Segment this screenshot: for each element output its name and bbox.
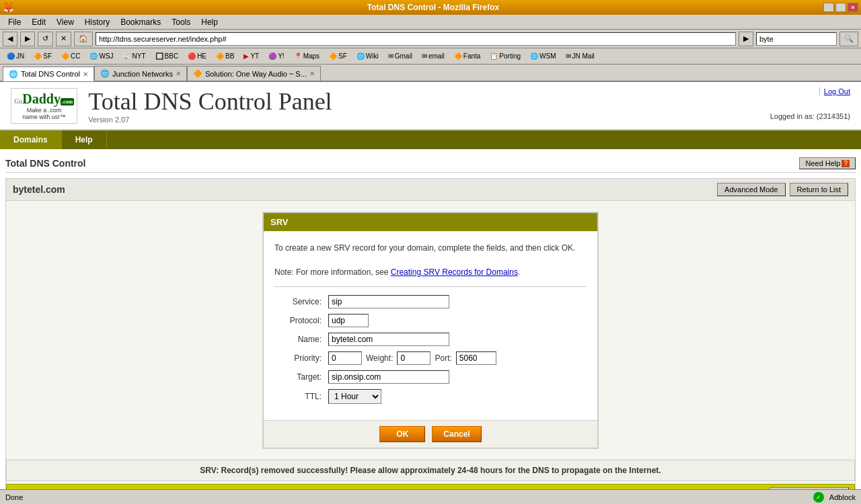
domain-header: bytetel.com Advanced Mode Return to List [6,179,855,201]
tab-close-icon[interactable]: ✕ [309,70,315,77]
site-header: Go Daddy .com Make a .com name with us!™… [0,82,861,130]
domain-buttons: Advanced Mode Return to List [717,183,848,196]
tab-close-icon[interactable]: ✕ [176,70,181,77]
search-go-button[interactable]: 🔍 [839,32,858,46]
nav-domains[interactable]: Domains [0,130,62,149]
bookmark-wsm[interactable]: 🌐WSM [526,51,560,61]
weight-label: Weight: [366,353,393,363]
protocol-label: Protocol: [274,316,328,325]
bookmark-fanta[interactable]: 🔶Fanta [450,51,485,61]
srv-dialog: SRV To create a new SRV record for your … [262,212,599,449]
forward-button[interactable]: ▶ [20,32,35,46]
bookmark-bbc[interactable]: 🔲BBC [151,51,183,61]
port-input[interactable] [456,351,496,365]
name-input[interactable] [328,333,449,346]
address-bar: ◀ ▶ ↺ ✕ 🏠 ▶ 🔍 [0,30,861,48]
bookmark-email[interactable]: ✉email [418,51,449,61]
ttl-row: TTL: 1 Hour 2 Hours 6 Hours 12 Hours 1 D… [274,389,587,404]
logout-link[interactable]: Log Out [824,87,850,95]
stop-button[interactable]: ✕ [56,32,71,46]
cancel-button[interactable]: Cancel [432,426,481,442]
bookmark-y[interactable]: 🟣Y! [264,51,288,61]
home-button[interactable]: 🏠 [74,32,93,46]
srv-info-line1: To create a new SRV record for your doma… [274,242,587,254]
service-input[interactable] [328,295,449,308]
address-input[interactable] [96,32,736,46]
port-label: Port: [435,353,451,363]
menu-edit[interactable]: Edit [26,16,51,28]
need-help-label: Need Help [805,159,840,167]
tab-solution[interactable]: 🔶 Solution: One Way Audio ~ S... ✕ [187,66,321,81]
bookmark-he[interactable]: 🔴HE [184,51,211,61]
status-message: SRV: Record(s) removed successfully! Ple… [6,460,855,481]
srv-buttons: OK Cancel [264,420,597,448]
nav-help[interactable]: Help [62,130,107,149]
tab-junction-networks[interactable]: 🌐 Junction Networks ✕ [94,66,187,81]
page-header: Total DNS Control Need Help ? [5,155,856,173]
tab-total-dns[interactable]: 🌐 Total DNS Control ✕ [3,67,94,81]
tab-icon: 🔶 [193,69,202,78]
protocol-input[interactable] [328,314,369,327]
bookmark-maps[interactable]: 📍Maps [290,51,324,61]
priority-row: Priority: Weight: Port: [274,351,587,365]
tab-close-icon[interactable]: ✕ [83,71,88,78]
bookmark-jn[interactable]: 🔵JN [3,51,28,61]
bookmark-sf2[interactable]: 🔶SF [325,51,351,61]
target-row: Target: [274,370,587,384]
menu-view[interactable]: View [51,16,79,28]
refresh-button[interactable]: ↺ [38,32,53,46]
page-title: Total DNS Control [5,158,86,169]
tab-label: Solution: One Way Audio ~ S... [205,70,307,78]
tab-label: Total DNS Control [21,70,80,78]
advanced-mode-button[interactable]: Advanced Mode [717,183,786,196]
ok-button[interactable]: OK [379,426,425,442]
tab-bar: 🌐 Total DNS Control ✕ 🌐 Junction Network… [0,65,861,82]
record-section: A (Host) Add New A Record [6,484,855,489]
bookmark-jnmail[interactable]: ✉JN Mail [562,51,599,61]
header-right: ┊ Log Out Logged in as: (2314351) [770,87,850,120]
bookmark-cc[interactable]: 🔶CC [57,51,84,61]
minimize-button[interactable]: _ [823,3,834,12]
name-row: Name: [274,333,587,346]
srv-dialog-body: To create a new SRV record for your doma… [264,231,597,420]
bookmark-sf[interactable]: 🔶SF [30,51,56,61]
priority-input[interactable] [328,351,362,365]
search-input[interactable] [756,32,837,46]
menu-file[interactable]: File [3,16,26,28]
srv-dialog-title: SRV [264,213,597,231]
go-button[interactable]: ▶ [739,32,753,46]
panel-version: Version 2.07 [88,116,332,124]
window-title: Total DNS Control - Mozilla Firefox [43,3,823,12]
help-icon: ? [841,160,850,167]
ttl-select[interactable]: 1 Hour 2 Hours 6 Hours 12 Hours 1 Day [328,389,381,404]
bookmark-wsj[interactable]: 🌐WSJ [85,51,117,61]
bookmark-bb[interactable]: 🔶BB [212,51,238,61]
target-label: Target: [274,372,328,382]
srv-info: To create a new SRV record for your doma… [274,242,587,278]
close-button[interactable]: × [848,3,858,12]
bookmark-yt[interactable]: ▶YT [239,51,263,61]
back-button[interactable]: ◀ [3,32,17,46]
target-input[interactable] [328,370,449,384]
return-to-list-button[interactable]: Return to List [790,183,848,196]
domain-name: bytetel.com [13,184,65,195]
menu-bookmarks[interactable]: Bookmarks [115,16,166,28]
priority-label: Priority: [274,353,328,363]
page-content: Total DNS Control Need Help ? bytetel.co… [0,149,861,489]
bookmarks-bar: 🔵JN 🔶SF 🔶CC 🌐WSJ 📰NYT 🔲BBC 🔴HE 🔶BB ▶YT 🟣… [0,48,861,65]
bookmark-porting[interactable]: 📋Porting [486,51,525,61]
window-controls[interactable]: _ □ × [823,3,858,12]
priority-inline: Weight: Port: [328,351,496,365]
bookmark-gmail[interactable]: ✉Gmail [384,51,416,61]
bookmark-wiki[interactable]: 🌐Wiki [352,51,383,61]
logo-tagline2: name with us!™ [14,114,74,120]
maximize-button[interactable]: □ [835,3,846,12]
menu-tools[interactable]: Tools [166,16,196,28]
weight-input[interactable] [397,351,430,365]
menu-help[interactable]: Help [196,16,223,28]
srv-info-link[interactable]: Creating SRV Records for Domains [391,267,518,277]
bookmark-nyt[interactable]: 📰NYT [119,51,150,61]
menu-bar: File Edit View History Bookmarks Tools H… [0,15,861,30]
menu-history[interactable]: History [79,16,115,28]
need-help-button[interactable]: Need Help ? [799,157,856,169]
